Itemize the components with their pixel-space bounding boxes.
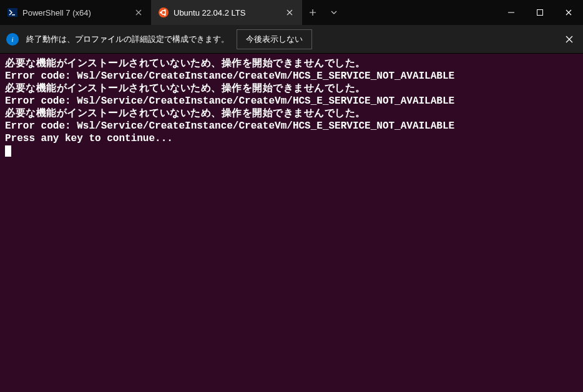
cursor [5,145,11,157]
terminal-cursor-line [5,145,578,157]
minimize-button[interactable] [497,0,526,25]
infobar-close-button[interactable] [562,32,577,47]
tab-dropdown-button[interactable] [323,9,345,16]
svg-rect-1 [12,14,15,16]
dismiss-forever-button[interactable]: 今後表示しない [237,29,312,49]
tab-label: Ubuntu 22.04.2 LTS [174,8,280,17]
new-tab-button[interactable] [302,9,323,16]
maximize-button[interactable] [526,0,554,25]
terminal-line: Press any key to continue... [5,132,578,145]
tab-powershell[interactable]: PowerShell 7 (x64) [0,0,151,25]
terminal-line: Error code: Wsl/Service/CreateInstance/C… [5,70,578,82]
terminal-line: 必要な機能がインストールされていないため、操作を開始できませんでした。 [5,82,578,95]
svg-point-5 [164,9,166,11]
svg-rect-7 [508,12,514,13]
close-icon[interactable] [134,7,144,17]
svg-point-4 [160,12,162,14]
infobar: i 終了動作は、プロファイルの詳細設定で構成できます。 今後表示しない [0,25,583,54]
tab-ubuntu[interactable]: Ubuntu 22.04.2 LTS [151,0,302,25]
window-controls [497,0,583,25]
svg-rect-8 [537,10,543,16]
terminal-line: Error code: Wsl/Service/CreateInstance/C… [5,95,578,107]
powershell-icon [7,7,17,17]
terminal-line: Error code: Wsl/Service/CreateInstance/C… [5,120,578,132]
terminal-line: 必要な機能がインストールされていないため、操作を開始できませんでした。 [5,107,578,120]
info-icon: i [6,33,19,46]
close-icon[interactable] [285,7,295,17]
svg-point-6 [164,14,166,16]
newtab-area [302,0,345,25]
infobar-text: 終了動作は、プロファイルの詳細設定で構成できます。 [26,34,229,45]
titlebar: PowerShell 7 (x64) Ubuntu 22.04.2 LTS [0,0,583,25]
tabs: PowerShell 7 (x64) Ubuntu 22.04.2 LTS [0,0,302,25]
terminal-output[interactable]: 必要な機能がインストールされていないため、操作を開始できませんでした。Error… [0,54,583,392]
terminal-line: 必要な機能がインストールされていないため、操作を開始できませんでした。 [5,57,578,70]
ubuntu-icon [159,7,169,17]
titlebar-drag-area[interactable] [345,0,497,25]
tab-label: PowerShell 7 (x64) [22,8,129,17]
close-window-button[interactable] [554,0,583,25]
